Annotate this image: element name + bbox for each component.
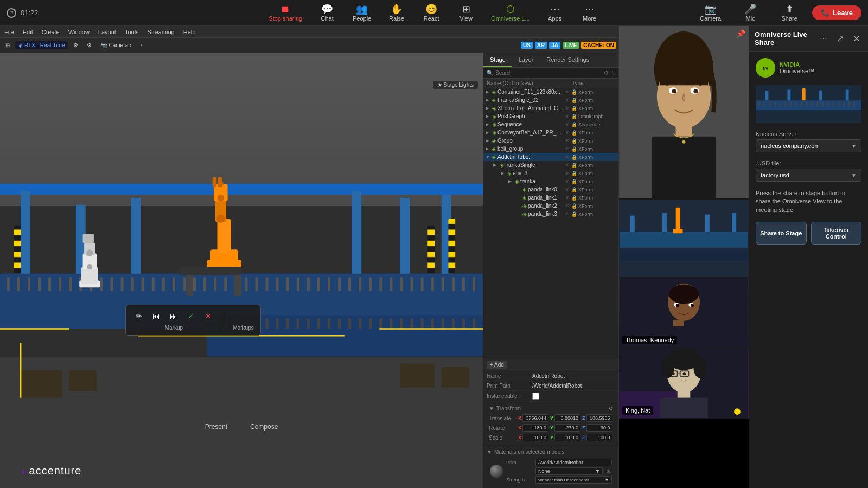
viewport[interactable]: ★ Stage Lights ✏ ⏮ ⏭ ✓ ✕	[0, 53, 483, 488]
item-icon: ◈	[522, 211, 527, 217]
share-stage-button[interactable]: Share to Stage	[756, 222, 807, 245]
tree-item[interactable]: ▶ ◈ env_3 👁 🔒 XForm	[483, 169, 618, 177]
rotate-z-val[interactable]: -90.0	[586, 424, 612, 432]
tab-layer[interactable]: Layer	[512, 53, 540, 67]
menu-create[interactable]: Create	[42, 29, 60, 35]
strength-dropdown[interactable]: Weaker than Descendants ▼	[535, 476, 612, 484]
tree-item[interactable]: ▶ ◈ PushGraph 👁 🔒 OmniGraph	[483, 112, 618, 120]
people-button[interactable]: 👥 People	[346, 2, 378, 24]
apps-button[interactable]: ⋯ Apps	[539, 2, 571, 24]
arrow-icon: ▶	[486, 98, 491, 102]
share-button[interactable]: ⬆ Share	[773, 2, 806, 24]
prim-value[interactable]: /World/AddctnlRobot	[535, 459, 612, 466]
more-button[interactable]: ⋯ More	[573, 2, 606, 24]
markup-next-btn[interactable]: ⏭	[167, 310, 180, 323]
tab-stage[interactable]: Stage	[483, 53, 512, 67]
markup-divider	[224, 312, 224, 329]
tree-item[interactable]: ◈ panda_link3 👁 🔒 XForm	[483, 210, 618, 218]
tree-item-selected[interactable]: ▼ ◈ AddctnlRobot 👁 🔒 XForm	[483, 153, 618, 161]
rotate-x-val[interactable]: -180.0	[522, 424, 548, 432]
sort-icon[interactable]: ⇅	[611, 70, 615, 76]
tree-item[interactable]: ▶ ◈ frankaSingle 👁 🔒 XForm	[483, 161, 618, 169]
tree-item[interactable]: ▶ ◈ belt_group 👁 🔒 XForm	[483, 145, 618, 153]
stage-tabs: Stage Layer Render Settings	[483, 53, 618, 68]
scale-x-val[interactable]: 100.0	[522, 434, 548, 441]
tree-item[interactable]: ▶ ◈ franka 👁 🔒 XForm	[483, 177, 618, 185]
tab-render-settings[interactable]: Render Settings	[540, 53, 596, 67]
tree-item[interactable]: ◈ panda_link2 👁 🔒 XForm	[483, 202, 618, 210]
markup-cancel-btn[interactable]: ✕	[202, 310, 215, 323]
stage-tree[interactable]: ▶ ◈ Container_F11_123x80x89cm_PR_V... 👁 …	[483, 88, 618, 358]
tree-item[interactable]: ▶ ◈ XForm_For_Animated_Camera 👁 🔒 XForm	[483, 104, 618, 112]
stage-lights-button[interactable]: ★ Stage Lights	[432, 80, 478, 89]
markup-prev-btn[interactable]: ⏮	[150, 310, 163, 323]
view-button[interactable]: ⊞ View	[450, 2, 482, 24]
icon-grid-btn[interactable]: ⊞	[2, 41, 13, 49]
svg-rect-19	[193, 277, 196, 291]
menu-help[interactable]: Help	[183, 29, 196, 35]
stop-sharing-button[interactable]: ⏹ Stop sharing	[262, 2, 309, 24]
scale-y-val[interactable]: 100.0	[554, 434, 580, 441]
viewport-settings-btn[interactable]: ⚙	[84, 41, 95, 49]
tree-item[interactable]: ◈ panda_link0 👁 🔒 XForm	[483, 185, 618, 194]
menu-layout[interactable]: Layout	[98, 29, 116, 35]
present-button[interactable]: Present	[194, 420, 238, 434]
add-property-btn[interactable]: + Add	[487, 361, 507, 369]
menu-file[interactable]: File	[4, 29, 14, 35]
leave-button[interactable]: 📞 Leave	[812, 5, 861, 20]
markup-pencil-btn[interactable]: ✏	[132, 310, 145, 323]
materials-header[interactable]: ▼ Materials on selected models	[487, 447, 615, 457]
person3-name-badge: King, Nat	[622, 406, 653, 415]
panel-close-btn[interactable]: ✕	[850, 32, 863, 45]
more-tools-btn[interactable]: ›	[137, 41, 145, 49]
more-icon: ⋯	[585, 4, 595, 14]
markup-confirm-btn[interactable]: ✓	[184, 310, 197, 323]
tree-item[interactable]: ◈ panda_link1 👁 🔒 XForm	[483, 194, 618, 202]
menu-edit[interactable]: Edit	[23, 29, 33, 35]
usd-select[interactable]: factory.usd ▼	[756, 169, 861, 182]
camera-select-btn[interactable]: 📷 Camera ›	[97, 41, 135, 49]
chat-button[interactable]: 💬 Chat	[311, 2, 343, 24]
panel-more-btn[interactable]: ···	[817, 32, 830, 45]
panel-expand-btn[interactable]: ⤢	[833, 32, 846, 45]
tree-item[interactable]: ▶ ◈ ConveyorBelt_A17_PR_NVD_01 👁 🔒 XForm	[483, 129, 618, 137]
tree-item[interactable]: ▶ ◈ Group 👁 🔒 XForm	[483, 137, 618, 145]
tree-item[interactable]: ▶ ◈ Container_F11_123x80x89cm_PR_V... 👁 …	[483, 88, 618, 96]
rotate-y-input: Y -270.0	[550, 424, 581, 432]
mat-settings-icon[interactable]: ⚙	[605, 468, 612, 474]
tree-item[interactable]: ▶ ◈ FrankaSingle_02 👁 🔒 XForm	[483, 96, 618, 104]
menu-window[interactable]: Window	[68, 29, 90, 35]
scale-z-val[interactable]: 100.0	[586, 434, 612, 441]
react-button[interactable]: 😊 React	[415, 2, 448, 24]
share-thumb-svg	[756, 85, 861, 123]
rotate-y-val[interactable]: -270.0	[554, 424, 580, 432]
transform-reset-btn[interactable]: ↺	[609, 406, 613, 412]
item-icon: ◈	[492, 130, 496, 136]
svg-rect-73	[411, 318, 413, 329]
translate-x-val[interactable]: 3756.044	[522, 414, 548, 422]
menu-tools[interactable]: Tools	[125, 29, 139, 35]
renderer-settings-btn[interactable]: ⚙	[70, 41, 81, 49]
mat-dropdown[interactable]: None ▼	[535, 467, 603, 475]
translate-z-val[interactable]: 186.5935	[586, 414, 612, 422]
omniverse-button[interactable]: ⬡ Omniverse L...	[484, 2, 537, 24]
svg-point-100	[87, 264, 92, 269]
tree-item[interactable]: ▶ ◈ Sequence 👁 🔒 Sequence	[483, 120, 618, 129]
takeover-control-button[interactable]: Takeover Control	[811, 222, 862, 245]
transform-header[interactable]: ▼ Transform ↺	[486, 404, 616, 413]
camera-button[interactable]: 📷 Camera	[693, 2, 727, 24]
compose-button[interactable]: Compose	[239, 420, 289, 434]
translate-xyz: X 3756.044 Y 0.00012 Z 186.5935	[518, 414, 613, 422]
mic-button[interactable]: 🎤 Mic	[734, 2, 767, 24]
instanceable-checkbox[interactable]	[532, 393, 539, 400]
menu-streaming[interactable]: Streaming	[148, 29, 175, 35]
translate-y-val[interactable]: 0.00012	[554, 414, 580, 422]
usd-file-field: .USD file: factory.usd ▼	[756, 160, 861, 182]
filter-icon[interactable]: ⚙	[604, 70, 609, 76]
raise-button[interactable]: ✋ Raise	[380, 2, 413, 24]
rtx-realtime-btn[interactable]: ◈ RTX - Real-Time	[15, 41, 68, 49]
usd-label: .USD file:	[756, 160, 861, 166]
pin-main-video-btn[interactable]: 📌	[736, 29, 745, 38]
stage-search-input[interactable]	[495, 70, 602, 76]
nucleus-select[interactable]: nucleus.company.com ▼	[756, 139, 861, 152]
